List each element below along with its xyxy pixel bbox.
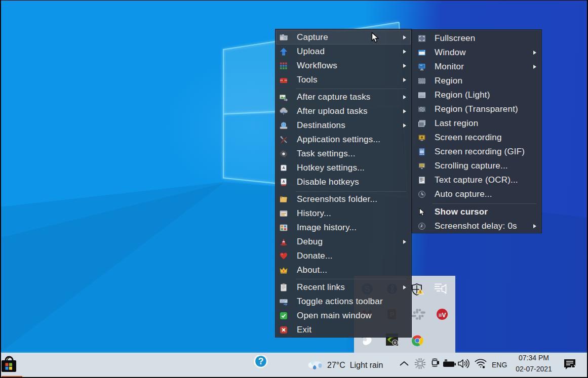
svg-text:?: ? [258, 356, 264, 366]
svg-text:A: A [420, 178, 422, 180]
svg-text:A: A [282, 180, 285, 183]
svg-text:≡V: ≡V [438, 312, 446, 319]
svg-text:A: A [282, 166, 285, 170]
